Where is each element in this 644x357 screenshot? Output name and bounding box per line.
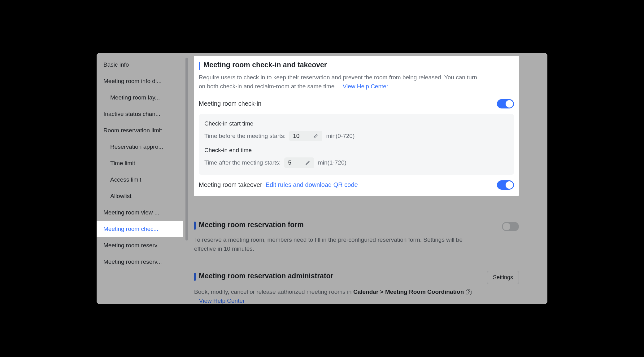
checkin-end-title: Check-in end time [204,147,508,154]
checkin-desc: Require users to check in to keep their … [199,73,477,91]
sidebar-item-label: Basic info [103,61,129,68]
checkin-title: Meeting room check-in and takeover [203,61,327,69]
reservation-form-title: Meeting room reservation form [199,221,304,229]
sidebar-item-label: Time limit [110,160,135,167]
edit-icon [305,160,311,165]
sidebar-item-room-reservation-1[interactable]: Meeting room reserv... [97,237,188,253]
sidebar-item-room-checkin-active[interactable]: Meeting room chec... [97,221,183,237]
settings-sidebar: Basic info Meeting room info di... Meeti… [97,53,188,304]
checkin-section: Meeting room check-in and takeover Requi… [194,56,519,196]
checkin-help-link[interactable]: View Help Center [343,83,389,90]
admin-desc-pre: Book, modify, cancel or release authoriz… [194,289,353,295]
sidebar-item-label: Inactive status chan... [103,111,160,117]
app-viewport: Basic info Meeting room info di... Meeti… [97,53,547,304]
sidebar-item-label: Allowlist [110,193,132,200]
takeover-edit-link[interactable]: Edit rules and download QR code [266,181,358,188]
sidebar-item-label: Meeting room reserv... [103,242,162,249]
reservation-form-desc: To reserve a meeting room, members need … [194,235,473,253]
section-head: Meeting room check-in and takeover [199,61,514,70]
sidebar-item-label: Meeting room lay... [110,94,160,101]
checkin-label: Meeting room check-in [199,100,261,107]
sidebar-item-time-limit[interactable]: Time limit [97,155,188,171]
checkin-start-title: Check-in start time [204,120,508,127]
checkin-desc-text: Require users to check in to keep their … [199,74,477,90]
takeover-row: Meeting room takeover Edit rules and dow… [199,180,514,190]
reservation-admin-header-row: Meeting room reservation administrator S… [194,271,519,284]
takeover-left: Meeting room takeover Edit rules and dow… [199,181,358,188]
sidebar-item-access-limit[interactable]: Access limit [97,171,188,188]
reservation-form-toggle[interactable] [502,222,519,231]
section-marker [194,222,196,230]
admin-help-link[interactable]: View Help Center [199,298,245,304]
checkin-toggle[interactable] [497,99,514,108]
sidebar-item-label: Meeting room chec... [103,226,158,232]
sidebar-item-room-view[interactable]: Meeting room view ... [97,204,188,221]
sidebar-item-inactive-status[interactable]: Inactive status chan... [97,106,188,122]
checkin-start-value: 10 [293,133,299,139]
sidebar-item-reservation-approval[interactable]: Reservation appro... [97,139,188,155]
sidebar-item-label: Meeting room info di... [103,78,162,85]
help-icon[interactable]: ? [466,289,472,295]
checkin-end-field[interactable]: 5 [284,157,314,168]
sidebar-item-room-layout[interactable]: Meeting room lay... [97,89,188,106]
sidebar-item-reservation-limit[interactable]: Room reservation limit [97,122,188,139]
edit-icon [313,133,319,139]
takeover-toggle[interactable] [497,180,514,190]
reservation-admin-section: Meeting room reservation administrator S… [194,271,519,304]
admin-settings-button[interactable]: Settings [487,271,519,284]
checkin-end-row: Time after the meeting starts: 5 min(1-7… [204,157,508,168]
sidebar-item-label: Meeting room view ... [103,209,159,216]
sidebar-item-basic-info[interactable]: Basic info [97,56,188,73]
sidebar-item-room-reservation-2[interactable]: Meeting room reserv... [97,253,188,270]
section-head: Meeting room reservation administrator [194,272,333,281]
sidebar-item-room-info-display[interactable]: Meeting room info di... [97,73,188,89]
checkin-end-value: 5 [288,159,291,166]
reservation-admin-title: Meeting room reservation administrator [199,272,333,280]
sidebar-item-label: Reservation appro... [110,143,163,150]
reservation-admin-desc: Book, modify, cancel or release authoriz… [194,287,473,304]
takeover-label: Meeting room takeover [199,181,262,188]
admin-desc-bold: Calendar > Meeting Room Coordination [353,289,464,295]
reservation-form-section: Meeting room reservation form To reserve… [194,221,519,253]
sidebar-item-label: Access limit [110,176,141,183]
sidebar-item-allowlist[interactable]: Allowlist [97,188,188,204]
checkin-start-suffix: min(0-720) [326,133,355,139]
checkin-end-prefix: Time after the meeting starts: [204,159,281,166]
reservation-form-header-row: Meeting room reservation form [194,221,519,232]
checkin-time-box: Check-in start time Time before the meet… [199,114,514,175]
section-head: Meeting room reservation form [194,221,304,230]
checkin-start-row: Time before the meeting starts: 10 min(0… [204,131,508,141]
checkin-end-suffix: min(1-720) [318,159,346,166]
sidebar-item-label: Meeting room reserv... [103,258,162,265]
checkin-start-prefix: Time before the meeting starts: [204,133,285,139]
checkin-start-field[interactable]: 10 [289,131,322,141]
sidebar-scrollbar[interactable] [185,58,188,240]
section-marker [199,62,200,70]
section-marker [194,273,196,281]
checkin-toggle-row: Meeting room check-in [199,99,514,108]
sidebar-item-label: Room reservation limit [103,127,162,134]
